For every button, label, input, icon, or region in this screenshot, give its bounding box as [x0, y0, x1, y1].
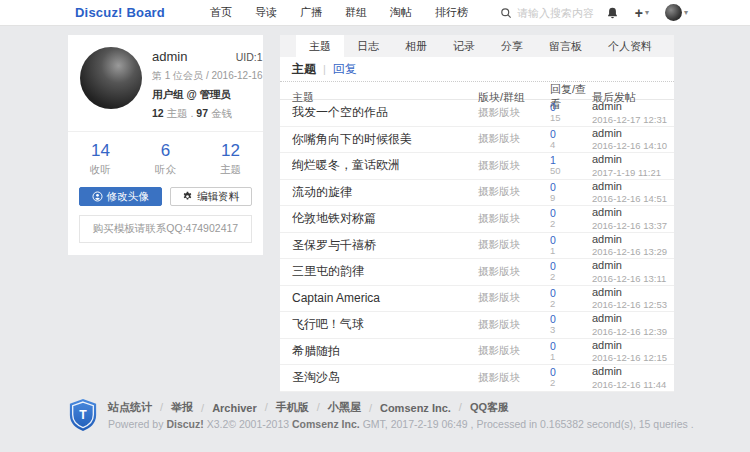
footer-powered: Powered by Discuz! X3.2© 2001-2013 Comse… — [108, 418, 694, 430]
last-post-info: admin 2017-1-19 11:21 — [592, 153, 668, 178]
search-box[interactable] — [500, 0, 627, 26]
table-header: 主题 版块/群组 回复/查看 最后发帖 — [280, 82, 674, 100]
nav-menu-item[interactable]: 群组 — [345, 5, 367, 20]
user-menu[interactable]: ▾ — [665, 4, 688, 21]
last-poster-link[interactable]: admin — [592, 233, 668, 246]
topic-title-link[interactable]: Captain America — [292, 291, 478, 305]
header-forum: 版块/群组 — [478, 90, 550, 105]
main-menu: 首页导读广播群组淘帖排行榜 — [187, 5, 468, 20]
chevron-down-icon: ▾ — [684, 8, 688, 17]
profile-tab[interactable]: 个人资料 — [595, 35, 665, 57]
subtab-threads[interactable]: 主题 — [292, 61, 316, 78]
nav-menu-item[interactable]: 首页 — [210, 5, 232, 20]
footer-link[interactable]: Archiver — [193, 402, 257, 414]
last-poster-link[interactable]: admin — [592, 206, 668, 219]
view-count: 2 — [550, 272, 592, 283]
gear-icon — [182, 191, 193, 202]
footer-link[interactable]: 举报 — [152, 400, 193, 415]
profile-tab[interactable]: 相册 — [392, 35, 440, 57]
profile-avatar[interactable] — [80, 47, 142, 109]
powered-segment: Powered by — [108, 418, 166, 430]
powered-segment: GMT, 2017-2-19 06:49 , Processed in 0.16… — [360, 418, 694, 430]
profile-tab[interactable]: 留言板 — [536, 35, 595, 57]
last-poster-link[interactable]: admin — [592, 286, 668, 299]
footer-link[interactable]: 手机版 — [257, 400, 309, 415]
topic-forum-link[interactable]: 摄影版块 — [478, 238, 550, 252]
last-poster-link[interactable]: admin — [592, 100, 668, 113]
nav-menu-item[interactable]: 淘帖 — [390, 5, 412, 20]
topic-title-link[interactable]: 绚烂暖冬，童话欧洲 — [292, 157, 478, 174]
last-poster-link[interactable]: admin — [592, 339, 668, 352]
last-post-time: 2016-12-16 13:29 — [592, 246, 668, 257]
last-post-time: 2016-12-16 13:11 — [592, 273, 668, 284]
topic-title-link[interactable]: 我发一个空的作品 — [292, 104, 478, 121]
nav-menu-item[interactable]: 导读 — [255, 5, 277, 20]
footer-link[interactable]: 站点统计 — [108, 400, 152, 415]
last-post-info: admin 2016-12-16 14:51 — [592, 180, 668, 205]
topic-forum-link[interactable]: 摄影版块 — [478, 265, 550, 279]
last-poster-link[interactable]: admin — [592, 259, 668, 272]
topic-forum-link[interactable]: 摄影版块 — [478, 132, 550, 146]
user-counts: 12 主题 . 97 金钱 — [152, 107, 263, 121]
profile-stat[interactable]: 14 收听 — [68, 141, 133, 177]
subtab-divider: | — [323, 63, 326, 75]
view-count: 50 — [550, 166, 592, 177]
count-segment: 金钱 — [208, 107, 232, 119]
topic-title-link[interactable]: 飞行吧！气球 — [292, 316, 478, 333]
nav-menu-item[interactable]: 广播 — [300, 5, 322, 20]
topic-forum-link[interactable]: 摄影版块 — [478, 344, 550, 358]
last-poster-link[interactable]: admin — [592, 153, 668, 166]
profile-stat[interactable]: 12 主题 — [198, 141, 263, 177]
topic-forum-link[interactable]: 摄影版块 — [478, 185, 550, 199]
member-info: 第 1 位会员 / 2016-12-16 — [152, 69, 263, 83]
last-post-info: admin 2016-12-16 13:37 — [592, 206, 668, 231]
top-navbar: Discuz! Board 首页导读广播群组淘帖排行榜 +▾ ▾ — [0, 0, 750, 26]
last-poster-link[interactable]: admin — [592, 365, 668, 378]
table-row: 飞行吧！气球 摄影版块 0 3 admin 2016-12-16 12:39 — [280, 312, 674, 339]
topic-forum-link[interactable]: 摄影版块 — [478, 159, 550, 173]
count-segment: 12 — [152, 107, 164, 119]
profile-tab[interactable]: 日志 — [344, 35, 392, 57]
quick-post-button[interactable]: +▾ — [635, 5, 649, 21]
footer-link[interactable]: QQ客服 — [451, 400, 509, 415]
topic-counts: 1 50 — [550, 154, 592, 177]
topic-title-link[interactable]: 三里屯的韵律 — [292, 263, 478, 280]
topic-title-link[interactable]: 你嘴角向下的时候很美 — [292, 131, 478, 148]
topic-title-link[interactable]: 圣淘沙岛 — [292, 369, 478, 386]
subtab-replies[interactable]: 回复 — [333, 61, 357, 78]
table-row: Captain America 摄影版块 0 2 admin 2016-12-1… — [280, 286, 674, 313]
topic-forum-link[interactable]: 摄影版块 — [478, 371, 550, 385]
change-avatar-button[interactable]: 修改头像 — [79, 187, 162, 206]
topic-title-link[interactable]: 圣保罗与千禧桥 — [292, 237, 478, 254]
topic-forum-link[interactable]: 摄影版块 — [478, 106, 550, 120]
nav-menu-item[interactable]: 排行榜 — [435, 5, 468, 20]
last-poster-link[interactable]: admin — [592, 180, 668, 193]
powered-segment: Discuz! — [166, 418, 203, 430]
footer-link[interactable]: Comsenz Inc. — [361, 402, 451, 414]
topic-forum-link[interactable]: 摄影版块 — [478, 318, 550, 332]
last-poster-link[interactable]: admin — [592, 127, 668, 140]
topic-title-link[interactable]: 流动的旋律 — [292, 184, 478, 201]
stat-value: 12 — [198, 141, 263, 161]
last-poster-link[interactable]: admin — [592, 312, 668, 325]
topic-counts: 0 2 — [550, 287, 592, 310]
view-count: 3 — [550, 325, 592, 336]
search-input[interactable] — [517, 7, 627, 19]
last-post-time: 2016-12-16 14:10 — [592, 140, 668, 151]
edit-profile-button[interactable]: 编辑资料 — [170, 187, 253, 206]
topic-title-link[interactable]: 希腊随拍 — [292, 343, 478, 360]
footer-link[interactable]: 小黑屋 — [309, 400, 361, 415]
view-count: 15 — [550, 113, 592, 124]
reply-count: 0 — [550, 313, 592, 325]
site-logo[interactable]: Discuz! Board — [75, 5, 165, 20]
avatar[interactable] — [665, 4, 682, 21]
profile-tab[interactable]: 主题 — [296, 35, 344, 57]
profile-tab[interactable]: 记录 — [440, 35, 488, 57]
topic-title-link[interactable]: 伦敦地铁对称篇 — [292, 210, 478, 227]
topic-counts: 0 9 — [550, 181, 592, 204]
topic-forum-link[interactable]: 摄影版块 — [478, 291, 550, 305]
profile-tab[interactable]: 分享 — [488, 35, 536, 57]
topic-counts: 0 1 — [550, 234, 592, 257]
profile-stat[interactable]: 6 听众 — [133, 141, 198, 177]
topic-forum-link[interactable]: 摄影版块 — [478, 212, 550, 226]
